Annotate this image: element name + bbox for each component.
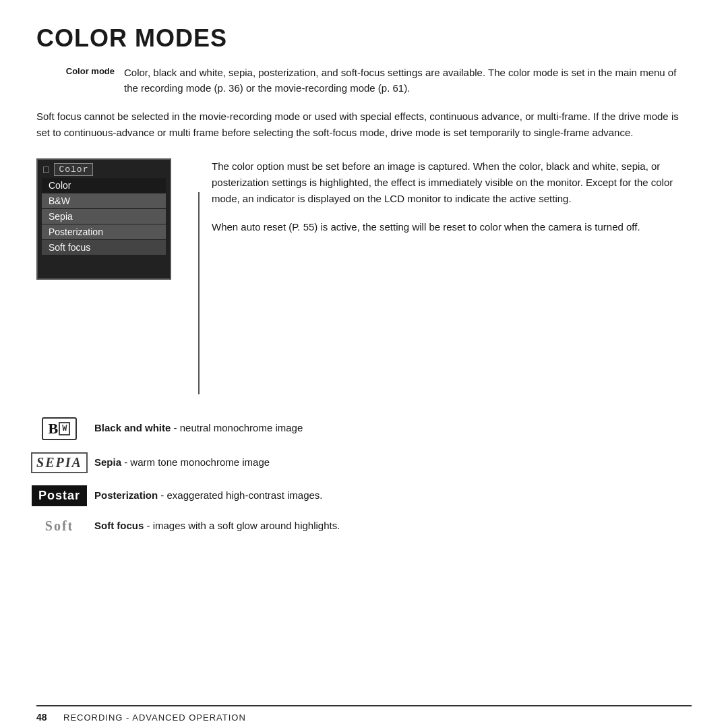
menu-item-posterization[interactable]: Posterization — [42, 224, 166, 239]
sepia-icon-row: SEPIA Sepia - warm tone monochrome image — [36, 452, 692, 473]
sepia-label: Sepia — [94, 456, 121, 468]
soft-icon: Soft — [45, 518, 73, 534]
menu-item-color[interactable]: Color — [42, 178, 166, 193]
right-text-2: When auto reset (P. 55) is active, the s… — [212, 219, 692, 235]
sepia-icon: SEPIA — [31, 452, 88, 473]
w-box: W — [59, 422, 70, 435]
page-title: COLOR MODES — [36, 24, 692, 53]
soft-icon-container: Soft — [36, 518, 82, 534]
bw-desc-text: - neutral monochrome image — [171, 422, 303, 433]
footer-page-number: 48 — [36, 712, 57, 723]
screen-wrap: □ Color Color B&W Sepia Posterization So… — [36, 158, 191, 394]
bw-icon-row: B W Black and white - neutral monochrome… — [36, 417, 692, 440]
menu-item-bw[interactable]: B&W — [42, 193, 166, 208]
intro-section: Color mode Color, black and white, sepia… — [36, 65, 692, 96]
poster-icon: Postar — [32, 485, 87, 506]
icons-section: B W Black and white - neutral monochrome… — [36, 417, 692, 546]
menu-item-sepia[interactable]: Sepia — [42, 209, 166, 224]
body-text: Soft focus cannot be selected in the mov… — [36, 109, 692, 141]
sepia-description: Sepia - warm tone monochrome image — [94, 455, 270, 471]
footer-title: Recording - advanced operation — [63, 712, 246, 723]
middle-section: □ Color Color B&W Sepia Posterization So… — [36, 158, 692, 394]
bw-label: Black and white — [94, 422, 171, 433]
camera-top-bar: □ Color — [38, 160, 170, 177]
camera-screen: □ Color Color B&W Sepia Posterization So… — [36, 158, 171, 280]
sepia-desc-text: - warm tone monochrome image — [121, 456, 270, 468]
poster-label: Posterization — [94, 489, 158, 501]
connector-line — [198, 192, 200, 394]
b-letter: B — [49, 420, 59, 437]
soft-icon-row: Soft Soft focus - images with a soft glo… — [36, 518, 692, 534]
soft-desc-text: - images with a soft glow around highlig… — [144, 520, 340, 531]
color-mode-label: Color mode — [36, 65, 124, 96]
menu-item-soft-focus[interactable]: Soft focus — [42, 240, 166, 255]
camera-title: Color — [54, 163, 93, 176]
soft-label: Soft focus — [94, 520, 144, 531]
screen-connector: □ Color Color B&W Sepia Posterization So… — [36, 158, 212, 394]
right-text: The color option must be set before an i… — [212, 158, 692, 235]
footer: 48 Recording - advanced operation — [36, 705, 692, 728]
intro-text: Color, black and white, sepia, posteriza… — [124, 65, 692, 96]
right-text-1: The color option must be set before an i… — [212, 158, 692, 207]
poster-description: Posterization - exaggerated high-contras… — [94, 488, 323, 504]
poster-icon-row: Postar Posterization - exaggerated high-… — [36, 485, 692, 506]
page: COLOR MODES Color mode Color, black and … — [0, 0, 728, 728]
soft-description: Soft focus - images with a soft glow aro… — [94, 518, 340, 534]
bw-description: Black and white - neutral monochrome ima… — [94, 421, 303, 436]
bw-icon: B W — [42, 417, 77, 440]
bw-icon-container: B W — [36, 417, 82, 440]
camera-icon: □ — [43, 164, 49, 175]
sepia-icon-container: SEPIA — [36, 452, 82, 473]
poster-desc-text: - exaggerated high-contrast images. — [158, 489, 322, 501]
poster-icon-container: Postar — [36, 485, 82, 506]
footer-title-text: Recording - advanced operation — [63, 712, 246, 723]
